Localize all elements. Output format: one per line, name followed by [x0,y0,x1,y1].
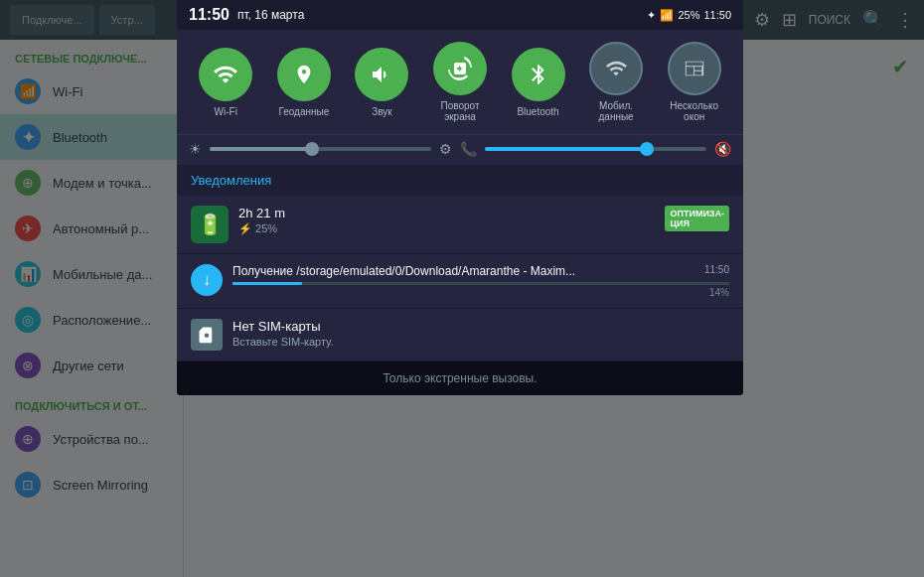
qs-bluetooth[interactable]: Bluetooth [512,48,565,117]
qs-sound[interactable]: Звук [355,48,408,117]
panel-statusbar: 11:50 пт, 16 марта ✦ 📶 25% 11:50 [177,0,743,30]
volume-fill [485,147,645,151]
qs-mobile-data[interactable]: Мобил.данные [589,42,643,122]
panel-clock-icon: 11:50 [703,9,731,21]
notif-sim-content: Нет SIM-карты Вставьте SIM-карту. [232,319,729,348]
volume-slider[interactable] [485,147,706,151]
emergency-calls-text: Только экстренные вызовы. [383,371,537,385]
qs-rotate[interactable]: Поворотэкрана [433,42,487,122]
qs-sound-label: Звук [372,106,392,117]
notif-sim-subtitle: Вставьте SIM-карту. [232,336,729,348]
qs-sound-circle [355,48,408,101]
brightness-fill [210,147,309,151]
qs-wifi[interactable]: Wi-Fi [199,48,252,117]
notif-battery[interactable]: 🔋 2h 21 m ⚡ 25% ОПТИМИЗА-ЦИЯ [177,196,743,254]
sim-icon [191,319,223,351]
notif-download-title: Получение /storage/emulated/0/Download/A… [232,264,696,278]
notif-battery-subtitle: ⚡ 25% [238,222,285,235]
notif-download-time: 11:50 [704,264,729,278]
qs-multiwindow-label: Несколькоокон [670,100,718,122]
battery-status-icon: 25% [678,9,699,21]
download-progress-fill [232,282,302,285]
qs-bluetooth-label: Bluetooth [517,106,558,117]
brightness-settings-icon[interactable]: ⚙ [439,141,452,157]
signal-status-icon: 📶 [660,9,674,22]
notif-download[interactable]: ↓ Получение /storage/emulated/0/Download… [177,254,743,309]
qs-location[interactable]: Геоданные [277,48,331,117]
quick-settings-row: Wi-Fi Геоданные Звук [177,30,743,134]
notif-battery-title: 2h 21 m [238,206,285,220]
brightness-slider[interactable] [210,147,431,151]
qs-wifi-circle [199,48,252,101]
download-progress-bar [232,282,729,285]
qs-location-circle [277,48,331,101]
notif-sim-title: Нет SIM-карты [232,319,729,334]
bluetooth-status-icon: ✦ [647,9,656,22]
notif-sim[interactable]: Нет SIM-карты Вставьте SIM-карту. [177,309,743,361]
notification-panel: 11:50 пт, 16 марта ✦ 📶 25% 11:50 Wi-Fi [177,0,743,395]
qs-mobile-label: Мобил.данные [598,100,633,122]
qs-mobile-circle [589,42,643,95]
emergency-calls-bar: Только экстренные вызовы. [177,361,743,395]
download-percent: 14% [232,287,729,298]
notifications-title: Уведомления [177,165,743,196]
status-icons: ✦ 📶 25% 11:50 [647,9,731,22]
notif-battery-badge: ОПТИМИЗА-ЦИЯ [665,206,729,231]
sliders-row: ☀ ⚙ 📞 🔇 [177,134,743,165]
brightness-low-icon: ☀ [189,141,202,157]
panel-date: пт, 16 марта [237,8,304,22]
qs-wifi-label: Wi-Fi [215,106,237,117]
notif-battery-icon: 🔋 [191,206,229,243]
volume-thumb [640,142,654,156]
brightness-thumb [305,142,319,156]
download-icon: ↓ [191,264,223,296]
panel-time: 11:50 [189,6,230,24]
qs-location-label: Геоданные [278,106,329,117]
volume-icon: 📞 [460,141,477,157]
qs-multiwindow-circle [668,42,721,95]
qs-rotate-circle [433,42,487,95]
volume-mute-icon[interactable]: 🔇 [714,141,731,157]
notif-download-content: Получение /storage/emulated/0/Download/A… [232,264,729,298]
qs-multiwindow[interactable]: Несколькоокон [668,42,721,122]
qs-rotate-label: Поворотэкрана [440,100,479,122]
notif-battery-content: 2h 21 m ⚡ 25% ОПТИМИЗА-ЦИЯ [238,206,729,235]
qs-bluetooth-circle [512,48,565,101]
